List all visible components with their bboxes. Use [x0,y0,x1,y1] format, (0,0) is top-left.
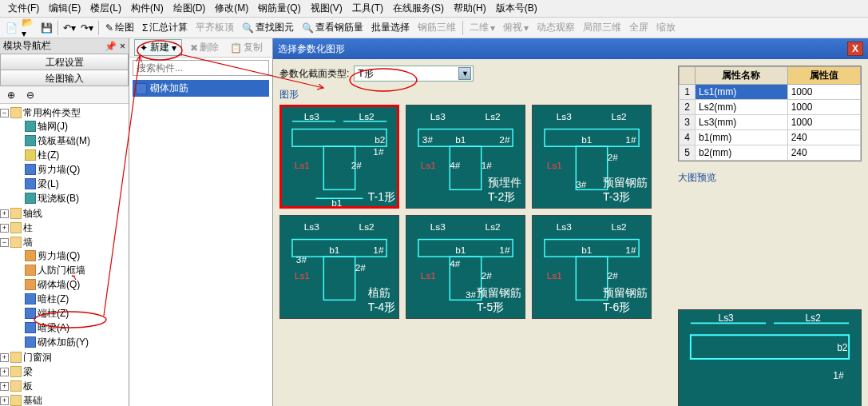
save-icon[interactable]: 💾 [38,20,54,36]
menu-online[interactable]: 在线服务(S) [388,0,449,17]
menu-view[interactable]: 视图(V) [306,0,347,17]
svg-text:Ls3: Ls3 [304,111,319,122]
dynview-btn[interactable]: 动态观察 [533,21,578,34]
tree-item[interactable]: 轴网(J) [38,120,68,133]
svg-text:b1: b1 [581,245,592,256]
expander-icon[interactable]: + [0,353,9,362]
menu-draw[interactable]: 绘图(D) [168,0,211,17]
table-row[interactable]: 1Ls1(mm)1000 [680,85,861,100]
tree-item[interactable]: 筏板基础(M) [38,134,90,147]
tree-item[interactable]: 梁(L) [38,177,59,190]
svg-text:Ls3: Ls3 [557,111,572,122]
thumb-t5[interactable]: Ls3Ls2b11#4#2#3#Ls1 预留钢筋 T-5形 [406,215,525,319]
close-icon[interactable]: X [847,42,863,56]
expander-icon[interactable]: − [0,238,9,247]
search-input[interactable] [133,60,269,76]
sum-btn[interactable]: Σ 汇总计算 [139,21,191,34]
tab-draw-input[interactable]: 绘图输入 [0,70,129,86]
new-button[interactable]: ✦ 新建 ▾ [134,39,182,56]
menu-floor[interactable]: 楼层(L) [85,0,126,17]
expander-icon[interactable]: + [0,368,9,376]
tree-item[interactable]: 剪力墙(Q) [38,163,80,176]
local3d-btn[interactable]: 局部三维 [580,21,624,34]
full-btn[interactable]: 全屏 [626,21,652,34]
table-row[interactable]: 2Ls2(mm)1000 [680,100,861,115]
expand-icon[interactable]: ⊕ [3,87,19,103]
tree-group[interactable]: 门窗洞 [23,351,52,364]
tree-group[interactable]: 基础 [23,394,42,406]
chevron-down-icon[interactable]: ▼ [458,67,471,80]
expander-icon[interactable]: + [0,396,9,405]
table-row[interactable]: 5b2(mm)240 [680,145,861,161]
svg-text:Ls3: Ls3 [430,221,446,233]
expander-icon[interactable]: + [0,209,9,218]
flatbd-btn[interactable]: 平齐板顶 [192,21,237,34]
pin-icon[interactable]: 📌 [105,41,117,52]
folder-icon [10,107,22,118]
property-table[interactable]: 属性名称属性值 1Ls1(mm)1000 2Ls2(mm)1000 3Ls3(m… [678,66,862,161]
viewbar-btn[interactable]: 🔍 查看钢筋量 [299,21,367,34]
tree-group[interactable]: 轴线 [23,207,42,220]
menu-edit[interactable]: 编辑(E) [44,0,85,17]
menu-component[interactable]: 构件(N) [126,0,168,17]
folder-icon [10,366,22,377]
tree-root[interactable]: 常用构件类型 [23,106,81,119]
tree-item[interactable]: 砌体墙(Q) [38,278,80,291]
svg-text:b2: b2 [837,342,847,353]
top-btn[interactable]: 俯视 ▾ [500,21,532,34]
tree-group[interactable]: 墙 [23,236,33,249]
table-row[interactable]: 4b1(mm)240 [680,130,861,145]
tree-item-masonry-rebar[interactable]: 砌体加筋(Y) [38,336,89,348]
section-type-combo[interactable]: T形 ▼ [354,66,474,82]
findel-btn[interactable]: 🔍 查找图元 [239,21,297,34]
new-file-icon[interactable]: 📄 [3,20,19,36]
tree-item[interactable]: 人防门框墙 [38,264,85,277]
redo-icon[interactable]: ↷▾ [79,20,95,36]
svg-rect-58 [691,335,849,359]
batchsel-btn[interactable]: 批量选择 [368,21,413,34]
copy-button[interactable]: 📋 复制 [227,41,266,54]
twod-btn[interactable]: 二维 ▾ [466,21,498,34]
menu-rebar[interactable]: 钢筋量(Q) [253,0,305,17]
bar3d-btn[interactable]: 钢筋三维 [414,21,459,34]
menu-file[interactable]: 文件(F) [3,0,44,17]
svg-text:2#: 2# [351,160,363,171]
expander-icon[interactable]: − [0,109,9,117]
tab-project-settings[interactable]: 工程设置 [0,54,129,70]
tree-item[interactable]: 暗梁(A) [38,321,69,334]
draw-btn[interactable]: ✎ 绘图 [102,21,137,34]
thumb-t2[interactable]: Ls3Ls23#b12#4#1#Ls1 预埋件 T-2形 [406,105,525,209]
svg-text:b1: b1 [581,134,592,145]
undo-icon[interactable]: ↶▾ [61,20,77,36]
table-row[interactable]: 3Ls3(mm)1000 [680,115,861,130]
menu-help[interactable]: 帮助(H) [449,0,491,17]
tree-group[interactable]: 梁 [23,365,33,378]
list-item-selected[interactable]: 砌体加筋 [133,80,269,97]
tree-item[interactable]: 剪力墙(Q) [38,249,80,262]
thumb-t3[interactable]: Ls3Ls2b11#2#3#Ls1 预留钢筋 T-3形 [532,105,652,209]
tree-item[interactable]: 现浇板(B) [38,192,79,205]
tree-item[interactable]: 柱(Z) [38,149,59,161]
tree-group[interactable]: 柱 [23,221,33,234]
thumb-t4[interactable]: Ls3Ls23#b11#2#Ls1 植筋 T-4形 [279,215,399,319]
close-nav-icon[interactable]: × [120,41,125,52]
expander-icon[interactable]: + [0,224,9,233]
collapse-icon[interactable]: ⊖ [22,87,38,103]
component-tree[interactable]: −常用构件类型 轴网(J) 筏板基础(M) 柱(Z) 剪力墙(Q) 梁(L) 现… [0,104,129,406]
tree-group[interactable]: 板 [23,380,33,392]
thumb-t6[interactable]: Ls3Ls2b11#2#Ls1 预留钢筋 T-6形 [532,215,652,319]
svg-text:Ls2: Ls2 [486,221,501,233]
large-preview: Ls3Ls2 b21# [678,309,862,406]
menu-tool[interactable]: 工具(T) [347,0,388,17]
menu-modify[interactable]: 修改(M) [210,0,253,17]
tree-item[interactable]: 暗柱(Z) [38,293,69,305]
tree-item[interactable]: 端柱(Z) [38,307,69,320]
svg-text:1#: 1# [625,245,636,256]
thumb-t1[interactable]: Ls3Ls2b21#2#b1Ls1 T-1形 [279,105,399,209]
delete-button[interactable]: ✖ 删除 [187,41,222,54]
expander-icon[interactable]: + [0,382,9,391]
menu-version[interactable]: 版本号(B) [491,0,542,17]
svg-text:1#: 1# [373,146,384,157]
zoom-btn[interactable]: 缩放 [653,21,679,34]
open-icon[interactable]: 📂▾ [21,20,37,36]
